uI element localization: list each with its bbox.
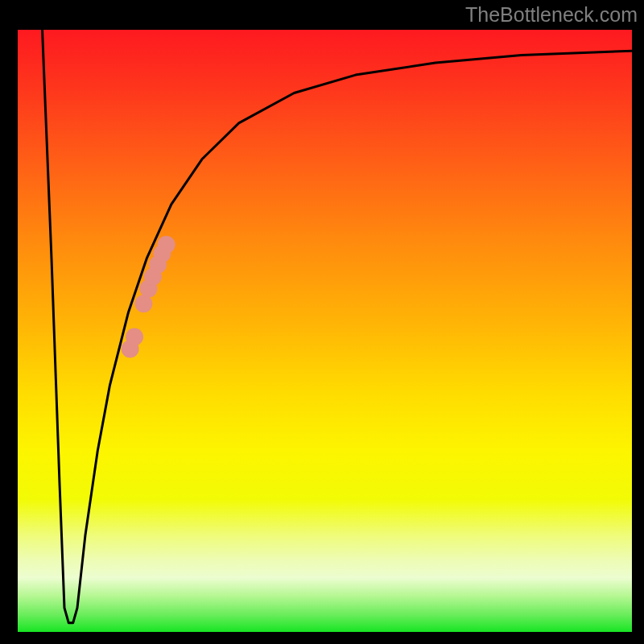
- data-marker: [158, 236, 175, 254]
- attribution-text: TheBottleneck.com: [465, 3, 638, 27]
- data-marker: [134, 295, 152, 312]
- bottleneck-curve-svg: [18, 30, 632, 632]
- bottleneck-curve: [43, 30, 633, 623]
- plot-area: [18, 30, 632, 632]
- data-marker: [126, 328, 143, 346]
- chart-frame: TheBottleneck.com: [0, 0, 644, 644]
